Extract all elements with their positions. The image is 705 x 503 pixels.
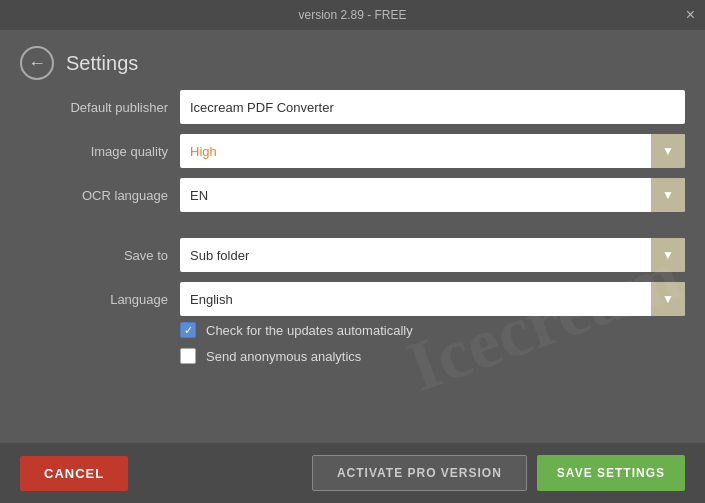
language-row: Language English French German Spanish ▼ xyxy=(20,282,685,316)
saveto-select[interactable]: Sub folder Same folder Ask every time xyxy=(180,238,685,272)
language-select-wrapper: English French German Spanish ▼ xyxy=(180,282,685,316)
updates-checkbox[interactable]: ✓ xyxy=(180,322,196,338)
ocr-select[interactable]: EN FR DE ES xyxy=(180,178,685,212)
form-spacer xyxy=(20,222,685,228)
saveto-row: Save to Sub folder Same folder Ask every… xyxy=(20,238,685,272)
ocr-label: OCR language xyxy=(20,188,180,203)
publisher-row: Default publisher xyxy=(20,90,685,124)
saveto-select-wrapper: Sub folder Same folder Ask every time ▼ xyxy=(180,238,685,272)
language-select[interactable]: English French German Spanish xyxy=(180,282,685,316)
saveto-label: Save to xyxy=(20,248,180,263)
app-container: From PDF ⊕ # Filename 1 Ariticle-master … xyxy=(0,0,705,503)
quality-row: Image quality High Medium Low ▼ xyxy=(20,134,685,168)
ocr-select-wrapper: EN FR DE ES ▼ xyxy=(180,178,685,212)
modal-titlebar: version 2.89 - FREE × xyxy=(0,0,705,30)
cancel-button[interactable]: CANCEL xyxy=(20,456,128,491)
settings-title: Settings xyxy=(66,52,138,75)
quality-select-wrapper: High Medium Low ▼ xyxy=(180,134,685,168)
back-icon: ← xyxy=(28,53,46,74)
publisher-label: Default publisher xyxy=(20,100,180,115)
quality-select[interactable]: High Medium Low xyxy=(180,134,685,168)
quality-label: Image quality xyxy=(20,144,180,159)
ocr-row: OCR language EN FR DE ES ▼ xyxy=(20,178,685,212)
save-settings-button[interactable]: SAVE SETTINGS xyxy=(537,455,685,491)
publisher-input[interactable] xyxy=(180,90,685,124)
modal-body: ← Settings Default publisher Image quali… xyxy=(0,30,705,443)
analytics-label: Send anonymous analytics xyxy=(206,349,361,364)
back-button[interactable]: ← xyxy=(20,46,54,80)
close-button[interactable]: × xyxy=(686,7,695,23)
updates-label: Check for the updates automatically xyxy=(206,323,413,338)
modal-footer: CANCEL ACTIVATE PRO VERSION SAVE SETTING… xyxy=(0,443,705,503)
titlebar-text: version 2.89 - FREE xyxy=(298,8,406,22)
updates-checkbox-row[interactable]: ✓ Check for the updates automatically xyxy=(180,322,685,338)
language-label: Language xyxy=(20,292,180,307)
settings-modal: version 2.89 - FREE × ← Settings Default… xyxy=(0,0,705,503)
analytics-checkbox-row[interactable]: Send anonymous analytics xyxy=(180,348,685,364)
modal-header: ← Settings xyxy=(0,30,705,90)
activate-pro-button[interactable]: ACTIVATE PRO VERSION xyxy=(312,455,527,491)
settings-form: Default publisher Image quality High Med… xyxy=(0,90,705,316)
checkbox-section: ✓ Check for the updates automatically Se… xyxy=(0,316,705,370)
analytics-checkbox[interactable] xyxy=(180,348,196,364)
